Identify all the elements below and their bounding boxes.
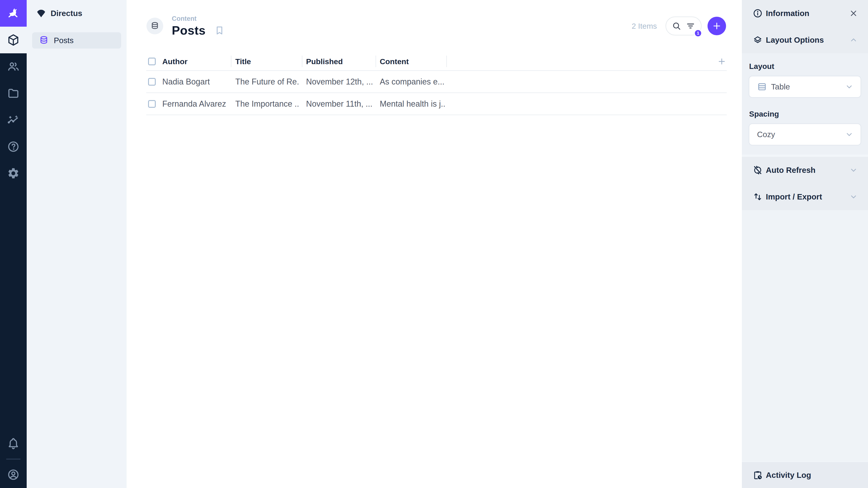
spacing-field-label: Spacing (749, 109, 861, 119)
cell-title: The Future of Re... (235, 77, 300, 87)
bookmark-icon[interactable] (214, 25, 225, 35)
module-file-library[interactable] (0, 80, 27, 107)
search-filter-pill: 1 (665, 17, 702, 35)
table-layout-icon (757, 82, 767, 92)
account-button[interactable] (0, 461, 27, 488)
column-divider (375, 56, 376, 67)
filter-count-badge: 1 (694, 29, 702, 37)
section-layout-options[interactable]: Layout Options (742, 27, 868, 53)
module-bar-divider (6, 459, 21, 459)
database-icon (150, 22, 159, 31)
information-label: Information (766, 9, 809, 18)
cell-author: Fernanda Alvarez (162, 99, 229, 109)
table-row[interactable]: Fernanda Alvarez The Importance ... Nove… (146, 93, 727, 115)
column-divider (446, 56, 447, 67)
column-header-author[interactable]: Author (162, 57, 229, 66)
section-auto-refresh[interactable]: Auto Refresh (742, 157, 868, 184)
insights-icon (7, 113, 20, 126)
activity-log-icon (753, 470, 763, 480)
cell-author: Nadia Bogart (162, 77, 229, 87)
project-switcher[interactable]: Directus (27, 0, 127, 27)
folder-icon (7, 87, 20, 100)
layout-options-fields: Layout Table Spacing Cozy (742, 53, 868, 155)
sidebar-item-label: Posts (54, 36, 74, 45)
column-header-content[interactable]: Content (380, 57, 445, 66)
section-import-export[interactable]: Import / Export (742, 184, 868, 210)
sidebar-filler (742, 210, 868, 461)
row-checkbox[interactable] (148, 78, 156, 86)
main-content: Content Posts 2 Items 1 (127, 0, 742, 488)
info-sidebar: Information Layout Options Layout Table (742, 0, 868, 488)
cell-published: November 12th, ... (306, 77, 373, 87)
section-divider (742, 155, 868, 157)
collection-chip (147, 18, 163, 34)
plus-icon (712, 21, 722, 31)
gear-icon (7, 167, 20, 180)
directus-logo-button[interactable] (0, 0, 27, 27)
sidebar-item-posts[interactable]: Posts (32, 32, 121, 48)
row-checkbox[interactable] (148, 100, 156, 108)
chevron-down-icon (849, 166, 858, 175)
layout-field-label: Layout (749, 62, 861, 71)
search-icon[interactable] (672, 21, 681, 31)
module-user-directory[interactable] (0, 53, 27, 80)
section-label: Import / Export (766, 192, 822, 201)
information-header: Information (742, 0, 868, 27)
table-row[interactable]: Nadia Bogart The Future of Re... Novembe… (146, 71, 727, 93)
layout-select-value: Table (771, 82, 790, 91)
column-header-published[interactable]: Published (306, 57, 373, 66)
module-bar (0, 0, 27, 488)
notifications-button[interactable] (0, 430, 27, 457)
layout-select[interactable]: Table (749, 76, 861, 98)
column-header-title[interactable]: Title (235, 57, 300, 66)
filter-icon[interactable] (686, 21, 695, 31)
help-icon (7, 140, 20, 153)
bell-icon (7, 437, 20, 450)
module-insights[interactable] (0, 107, 27, 133)
swap-vertical-icon (753, 192, 763, 202)
section-label: Auto Refresh (766, 166, 815, 175)
select-all-checkbox[interactable] (148, 58, 156, 65)
cell-content: As companies e... (380, 77, 445, 87)
spacing-select[interactable]: Cozy (749, 123, 861, 145)
project-name: Directus (51, 9, 82, 18)
chevron-down-icon (849, 192, 858, 201)
module-documentation[interactable] (0, 133, 27, 160)
user-circle-icon (7, 468, 20, 481)
module-settings[interactable] (0, 160, 27, 187)
rabbit-logo-icon (7, 7, 20, 20)
cell-title: The Importance ... (235, 99, 300, 109)
database-icon (39, 35, 49, 45)
close-icon[interactable] (849, 9, 858, 18)
add-column-icon[interactable] (717, 57, 726, 66)
sync-disabled-icon (753, 165, 763, 175)
section-label: Layout Options (766, 35, 824, 44)
column-divider (231, 56, 231, 67)
cube-icon (7, 34, 20, 46)
items-count: 2 Items (632, 22, 657, 31)
spacing-select-value: Cozy (757, 130, 775, 139)
info-icon (753, 8, 763, 18)
layers-icon (753, 35, 763, 45)
people-icon (7, 60, 20, 73)
chevron-down-icon (845, 82, 854, 91)
cell-content: Mental health is j... (380, 99, 445, 109)
chevron-up-icon (849, 35, 858, 44)
module-content[interactable] (0, 27, 27, 53)
add-item-button[interactable] (708, 17, 726, 35)
cell-published: November 11th, ... (306, 99, 373, 109)
chevron-down-icon (845, 130, 854, 139)
page-header: Content Posts 2 Items 1 (127, 0, 742, 52)
activity-log-label: Activity Log (766, 470, 811, 480)
table-header-row: Author Title Published Content (146, 53, 727, 71)
title-block: Content Posts (172, 15, 225, 37)
items-table: Author Title Published Content Nadia Bog… (146, 53, 727, 115)
page-title: Posts (172, 23, 206, 37)
breadcrumb[interactable]: Content (172, 15, 225, 22)
nav-sidebar: Directus Posts (27, 0, 127, 488)
column-divider (302, 56, 303, 67)
project-rank-icon (36, 8, 46, 18)
activity-log-button[interactable]: Activity Log (742, 461, 868, 488)
